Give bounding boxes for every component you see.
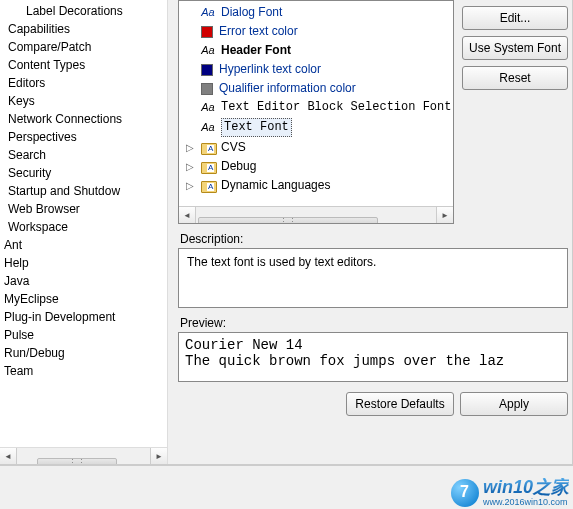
folder-icon bbox=[201, 179, 217, 193]
description-text: The text font is used by text editors. bbox=[178, 248, 568, 308]
sidebar-item[interactable]: Network Connections bbox=[4, 110, 167, 128]
expand-icon[interactable]: ▷ bbox=[183, 177, 197, 194]
font-item-label: Qualifier information color bbox=[219, 80, 356, 97]
font-tree-item[interactable]: Error text color bbox=[183, 22, 453, 41]
font-aa-icon: Aa bbox=[201, 101, 215, 115]
use-system-font-button[interactable]: Use System Font bbox=[462, 36, 568, 60]
sidebar-item[interactable]: Plug-in Development bbox=[4, 308, 167, 326]
sidebar-item[interactable]: Security bbox=[4, 164, 167, 182]
font-tree-item[interactable]: AaText Editor Block Selection Font bbox=[183, 98, 453, 117]
color-swatch-icon bbox=[201, 83, 213, 95]
font-tree-item[interactable]: AaDialog Font bbox=[183, 3, 453, 22]
sidebar-item[interactable]: Capabilities bbox=[4, 20, 167, 38]
colors-and-fonts-tree: AaDialog FontError text colorAaHeader Fo… bbox=[178, 0, 454, 224]
folder-label: CVS bbox=[221, 139, 246, 156]
sidebar-item[interactable]: Workspace bbox=[4, 218, 167, 236]
sidebar-item[interactable]: Pulse bbox=[4, 326, 167, 344]
scroll-left-icon[interactable]: ◄ bbox=[179, 207, 196, 224]
edit-button[interactable]: Edit... bbox=[462, 6, 568, 30]
font-tree-item[interactable]: Qualifier information color bbox=[183, 79, 453, 98]
font-item-label: Text Editor Block Selection Font bbox=[221, 99, 451, 116]
expand-icon[interactable]: ▷ bbox=[183, 158, 197, 175]
scroll-thumb[interactable]: ⋮⋮ bbox=[198, 217, 378, 224]
preferences-category-tree: Label DecorationsCapabilitiesCompare/Pat… bbox=[0, 0, 168, 464]
scroll-left-icon[interactable]: ◄ bbox=[0, 448, 17, 465]
font-item-label: Header Font bbox=[221, 42, 291, 59]
font-tree-item[interactable]: AaText Font bbox=[183, 117, 453, 138]
scroll-thumb[interactable]: ⋮⋮ bbox=[37, 458, 117, 464]
scroll-right-icon[interactable]: ► bbox=[436, 207, 453, 224]
color-swatch-icon bbox=[201, 26, 213, 38]
restore-defaults-button[interactable]: Restore Defaults bbox=[346, 392, 454, 416]
sidebar-item[interactable]: Keys bbox=[4, 92, 167, 110]
font-aa-icon: Aa bbox=[201, 6, 215, 20]
preview-label: Preview: bbox=[180, 316, 568, 330]
sidebar-item[interactable]: Team bbox=[4, 362, 167, 380]
font-item-label: Hyperlink text color bbox=[219, 61, 321, 78]
font-category-folder[interactable]: ▷Debug bbox=[183, 157, 453, 176]
font-tree-item[interactable]: Hyperlink text color bbox=[183, 60, 453, 79]
sidebar-item[interactable]: Ant bbox=[4, 236, 167, 254]
folder-label: Dynamic Languages bbox=[221, 177, 330, 194]
font-aa-icon: Aa bbox=[201, 44, 215, 58]
expand-icon[interactable]: ▷ bbox=[183, 139, 197, 156]
font-category-folder[interactable]: ▷CVS bbox=[183, 138, 453, 157]
sidebar-item[interactable]: Java bbox=[4, 272, 167, 290]
dialog-button-bar bbox=[0, 465, 573, 509]
reset-button[interactable]: Reset bbox=[462, 66, 568, 90]
sidebar-item[interactable]: Search bbox=[4, 146, 167, 164]
sidebar-hscrollbar[interactable]: ◄ ⋮⋮ ► bbox=[0, 447, 167, 464]
apply-button[interactable]: Apply bbox=[460, 392, 568, 416]
folder-label: Debug bbox=[221, 158, 256, 175]
font-item-label: Dialog Font bbox=[221, 4, 282, 21]
sidebar-item[interactable]: Perspectives bbox=[4, 128, 167, 146]
preview-text: Courier New 14 The quick brown fox jumps… bbox=[178, 332, 568, 382]
scroll-right-icon[interactable]: ► bbox=[150, 448, 167, 465]
sidebar-item[interactable]: MyEclipse bbox=[4, 290, 167, 308]
font-aa-icon: Aa bbox=[201, 121, 215, 135]
font-category-folder[interactable]: ▷Dynamic Languages bbox=[183, 176, 453, 195]
sidebar-item[interactable]: Help bbox=[4, 254, 167, 272]
sidebar-item[interactable]: Content Types bbox=[4, 56, 167, 74]
fonts-hscrollbar[interactable]: ◄ ⋮⋮ ► bbox=[179, 206, 453, 223]
folder-icon bbox=[201, 141, 217, 155]
folder-icon bbox=[201, 160, 217, 174]
sidebar-item[interactable]: Startup and Shutdow bbox=[4, 182, 167, 200]
sidebar-item[interactable]: Web Browser bbox=[4, 200, 167, 218]
sidebar-item[interactable]: Editors bbox=[4, 74, 167, 92]
sidebar-item[interactable]: Label Decorations bbox=[4, 2, 167, 20]
sidebar-item[interactable]: Compare/Patch bbox=[4, 38, 167, 56]
font-item-label: Text Font bbox=[221, 118, 292, 137]
font-tree-item[interactable]: AaHeader Font bbox=[183, 41, 453, 60]
font-item-label: Error text color bbox=[219, 23, 298, 40]
color-swatch-icon bbox=[201, 64, 213, 76]
sidebar-item[interactable]: Run/Debug bbox=[4, 344, 167, 362]
description-label: Description: bbox=[180, 232, 568, 246]
